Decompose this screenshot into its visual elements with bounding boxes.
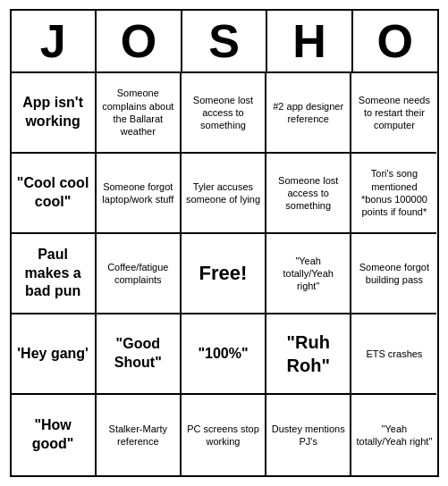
bingo-cell-0: App isn't working <box>12 73 97 154</box>
cell-text-22: PC screens stop working <box>186 423 260 448</box>
cell-text-21: Stalker-Marty reference <box>101 423 175 448</box>
title-letter-o4: O <box>353 11 437 71</box>
title-letter-o1: O <box>97 11 182 71</box>
bingo-title: JOSHO <box>12 11 437 73</box>
cell-text-7: Tyler accuses someone of lying <box>186 180 260 206</box>
cell-text-15: 'Hey gang' <box>17 345 89 364</box>
bingo-cell-1: Someone complains about the Ballarat wea… <box>97 73 182 154</box>
cell-text-11: Coffee/fatigue complaints <box>101 261 175 287</box>
cell-text-19: ETS crashes <box>366 348 422 360</box>
cell-text-18: "Ruh Roh" <box>271 331 345 377</box>
cell-text-12: Free! <box>199 262 248 285</box>
bingo-cell-16: "Good Shout" <box>97 314 182 395</box>
cell-text-4: Someone needs to restart their computer <box>356 94 432 132</box>
bingo-cell-5: "Cool cool cool" <box>12 154 97 234</box>
cell-text-23: Dustey mentions PJ's <box>271 423 345 448</box>
bingo-card: JOSHO App isn't workingSomeone complains… <box>10 9 439 477</box>
bingo-cell-12: Free! <box>182 234 266 314</box>
bingo-cell-22: PC screens stop working <box>182 395 266 475</box>
cell-text-16: "Good Shout" <box>101 335 175 373</box>
bingo-cell-18: "Ruh Roh" <box>266 314 351 395</box>
bingo-cell-11: Coffee/fatigue complaints <box>97 234 182 314</box>
bingo-grid: App isn't workingSomeone complains about… <box>12 73 437 475</box>
cell-text-3: #2 app designer reference <box>271 100 345 126</box>
cell-text-17: "100%" <box>198 345 248 364</box>
bingo-cell-21: Stalker-Marty reference <box>97 395 182 475</box>
bingo-cell-9: Tori's song mentioned *bonus 100000 poin… <box>351 154 436 234</box>
bingo-cell-2: Someone lost access to something <box>182 73 266 154</box>
cell-text-8: Someone lost access to something <box>271 174 345 213</box>
bingo-cell-15: 'Hey gang' <box>12 314 97 395</box>
cell-text-0: App isn't working <box>16 94 90 131</box>
cell-text-1: Someone complains about the Ballarat wea… <box>101 87 175 138</box>
bingo-cell-17: "100%" <box>182 314 266 395</box>
cell-text-24: "Yeah totally/Yeah right" <box>356 423 432 448</box>
bingo-cell-7: Tyler accuses someone of lying <box>182 154 266 234</box>
cell-text-9: Tori's song mentioned *bonus 100000 poin… <box>356 167 432 218</box>
cell-text-5: "Cool cool cool" <box>16 174 90 212</box>
title-letter-h3: H <box>267 11 353 71</box>
bingo-cell-8: Someone lost access to something <box>266 154 351 234</box>
title-letter-s2: S <box>182 11 268 71</box>
cell-text-13: "Yeah totally/Yeah right" <box>271 255 345 293</box>
bingo-cell-10: Paul makes a bad pun <box>12 234 97 314</box>
title-letter-j0: J <box>12 11 97 71</box>
bingo-cell-19: ETS crashes <box>351 314 436 395</box>
bingo-cell-14: Someone forgot building pass <box>351 234 436 314</box>
bingo-cell-24: "Yeah totally/Yeah right" <box>351 395 436 475</box>
cell-text-20: "How good" <box>16 416 90 454</box>
bingo-cell-6: Someone forgot laptop/work stuff <box>97 154 182 234</box>
cell-text-6: Someone forgot laptop/work stuff <box>101 180 175 206</box>
bingo-cell-4: Someone needs to restart their computer <box>351 73 436 154</box>
cell-text-10: Paul makes a bad pun <box>16 246 90 301</box>
bingo-cell-20: "How good" <box>12 395 97 475</box>
cell-text-14: Someone forgot building pass <box>356 261 432 287</box>
bingo-cell-13: "Yeah totally/Yeah right" <box>266 234 351 314</box>
bingo-cell-3: #2 app designer reference <box>266 73 351 154</box>
cell-text-2: Someone lost access to something <box>186 94 260 132</box>
bingo-cell-23: Dustey mentions PJ's <box>266 395 351 475</box>
